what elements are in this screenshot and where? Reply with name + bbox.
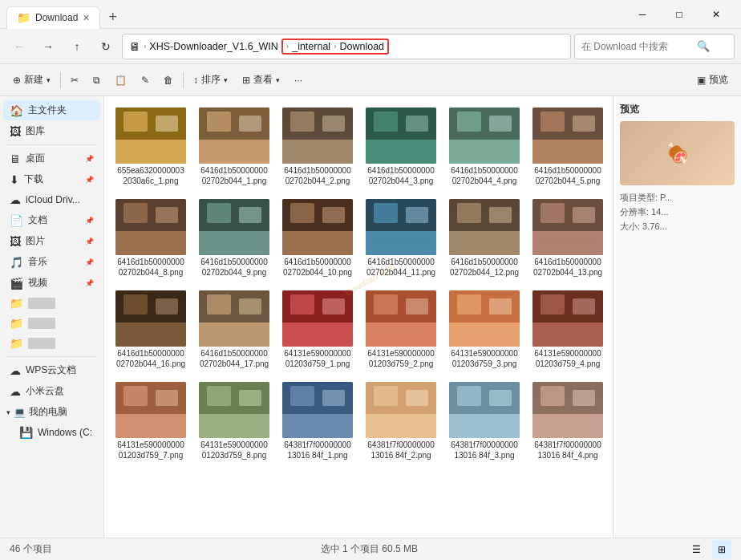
file-item[interactable]: 6416d1b5000000002702b044_1.png [194, 103, 274, 191]
file-item[interactable]: 64381f7f0000000013016 84f_1.png [277, 377, 358, 465]
view-button[interactable]: ⊞ 查看 ▾ [236, 67, 286, 93]
sidebar-item-icloud[interactable]: ☁ iCloud Driv... [3, 190, 100, 209]
view-chevron: ▾ [276, 76, 280, 84]
delete-button[interactable]: 🗑 [157, 67, 180, 93]
pin-icon-videos: 📌 [85, 279, 94, 287]
file-item[interactable]: 64131e59000000001203d759_3.png [444, 286, 524, 374]
file-thumbnail [115, 199, 186, 255]
folder-icon-2: 📁 [10, 317, 23, 330]
back-button[interactable]: ← [6, 34, 32, 59]
svg-rect-57 [207, 203, 231, 223]
file-item[interactable]: 6416d1b5000000002702b044_4.png [444, 103, 524, 191]
svg-rect-159 [290, 386, 314, 406]
paste-button[interactable]: 📋 [108, 67, 133, 93]
file-item[interactable]: 64381f7f0000000013016 84f_2.png [361, 377, 441, 465]
sidebar-label-baidu: 小米云盘 [26, 384, 64, 398]
svg-rect-161 [286, 418, 349, 428]
svg-rect-34 [573, 116, 595, 132]
svg-rect-178 [573, 390, 595, 406]
search-input[interactable] [581, 41, 694, 52]
sidebar-item-blurred3[interactable]: 📁 ████ [3, 334, 100, 353]
file-thumbnail [449, 382, 520, 438]
refresh-button[interactable]: ↻ [93, 34, 119, 59]
close-button[interactable]: ✕ [698, 0, 735, 29]
file-item[interactable]: 64131e59000000001203d759_8.png [194, 377, 274, 465]
crumb-internal: _internal [292, 41, 330, 52]
new-tab-button[interactable]: + [100, 6, 125, 29]
svg-rect-173 [453, 418, 516, 428]
sidebar-label-desktop: 桌面 [26, 152, 45, 165]
file-thumbnail [366, 199, 436, 255]
file-item[interactable]: 6416d1b5000000002702b044_11.png [361, 194, 441, 282]
svg-rect-65 [286, 235, 349, 245]
file-item[interactable]: 655ea63200000032030a6c_1.png [111, 103, 191, 191]
file-item[interactable]: 6416d1b5000000002702b044_8.png [111, 194, 191, 282]
file-item[interactable]: 64131e59000000001203d759_4.png [528, 286, 608, 374]
sidebar-item-documents[interactable]: 📄 文档 📌 [3, 210, 100, 230]
file-item[interactable]: 64381f7f0000000013016 84f_3.png [444, 377, 524, 465]
active-tab[interactable]: 📁 Download ✕ [6, 6, 100, 29]
cut-button[interactable]: ✂ [64, 67, 85, 93]
svg-rect-123 [457, 294, 481, 314]
file-item[interactable]: 6416d1b5000000002702b044_12.png [444, 194, 524, 282]
svg-rect-148 [156, 390, 178, 406]
minimize-button[interactable]: ─ [624, 0, 661, 29]
file-item[interactable]: 6416d1b5000000002702b044_2.png [277, 103, 358, 191]
sidebar-item-music[interactable]: 🎵 音乐 📌 [3, 252, 100, 272]
sidebar-item-pictures[interactable]: 🖼 图片 📌 [3, 231, 100, 251]
list-view-button[interactable]: ☰ [686, 540, 706, 559]
rename-button[interactable]: ✎ [135, 67, 156, 93]
svg-rect-15 [290, 112, 314, 132]
file-item[interactable]: 64131e59000000001203d759_2.png [361, 286, 441, 374]
title-bar-left: 📁 Download ✕ + [6, 0, 125, 29]
sidebar-item-blurred2[interactable]: 📁 ████ [3, 314, 100, 333]
file-item[interactable]: 6416d1b5000000002702b044_13.png [528, 194, 608, 282]
forward-button[interactable]: → [35, 34, 61, 59]
tab-close-button[interactable]: ✕ [83, 13, 90, 23]
up-button[interactable]: ↑ [64, 34, 90, 59]
svg-rect-106 [239, 298, 261, 314]
address-input[interactable]: 🖥 › XHS-Downloader_V1.6_WIN › _internal … [122, 34, 571, 59]
sidebar-item-downloads[interactable]: ⬇ 下载 📌 [3, 169, 100, 189]
file-item[interactable]: 64131e59000000001203d759_1.png [277, 286, 358, 374]
new-button[interactable]: ⊕ 新建 ▾ [6, 67, 57, 93]
sidebar-item-videos[interactable]: 🎬 视频 📌 [3, 273, 100, 293]
maximize-button[interactable]: □ [661, 0, 698, 29]
file-name: 6416d1b5000000002702b044_10.png [282, 257, 353, 278]
sidebar-group-pc[interactable]: ▾ 💻 我的电脑 [0, 402, 103, 422]
file-item[interactable]: 6416d1b5000000002702b044_10.png [277, 194, 358, 282]
svg-rect-99 [124, 294, 148, 314]
file-name: 64131e59000000001203d759_2.png [366, 348, 436, 369]
svg-rect-154 [239, 390, 261, 406]
svg-rect-83 [537, 235, 599, 245]
tab-label: Download [35, 12, 78, 23]
file-item[interactable]: 64381f7f0000000013016 84f_4.png [528, 377, 608, 465]
sidebar-item-baidu[interactable]: ☁ 小米云盘 [3, 381, 100, 401]
search-box[interactable]: 🔍 [574, 34, 735, 59]
more-button[interactable]: ··· [288, 67, 309, 93]
file-item[interactable]: 6416d1b5000000002702b044_5.png [528, 103, 608, 191]
file-item[interactable]: 6416d1b5000000002702b044_9.png [194, 194, 274, 282]
file-item[interactable]: 6416d1b5000000002702b044_3.png [361, 103, 441, 191]
sort-button[interactable]: ↕ 排序 ▾ [187, 67, 234, 93]
grid-view-button[interactable]: ⊞ [712, 540, 731, 559]
item-count: 46 个项目 [10, 542, 52, 556]
file-item[interactable]: 6416d1b5000000002702b044_17.png [194, 286, 274, 374]
file-item[interactable]: 64131e59000000001203d759_7.png [111, 377, 191, 465]
svg-rect-155 [203, 418, 265, 428]
svg-rect-125 [453, 327, 516, 336]
sidebar-item-blurred1[interactable]: 📁 ████ [3, 294, 100, 313]
sidebar-label-blurred1: ████ [28, 298, 55, 309]
pc-group-arrow: ▾ [6, 408, 10, 416]
sidebar-item-windows[interactable]: 💾 Windows (C: [3, 423, 100, 442]
file-item[interactable]: 6416d1b5000000002702b044_16.png [111, 286, 191, 374]
copy-button[interactable]: ⧉ [87, 67, 107, 93]
sidebar-label-videos: 视频 [28, 276, 47, 290]
sidebar-item-home[interactable]: 🏠 主文件夹 [3, 100, 100, 120]
file-name: 6416d1b5000000002702b044_13.png [532, 257, 603, 278]
preview-button[interactable]: ▣ 预览 [690, 67, 735, 93]
sidebar-item-wps[interactable]: ☁ WPS云文档 [3, 360, 100, 380]
sidebar-item-desktop[interactable]: 🖥 桌面 📌 [3, 148, 100, 168]
sidebar-item-gallery[interactable]: 🖼 图库 [3, 121, 100, 141]
preview-icon: ▣ [697, 75, 706, 86]
